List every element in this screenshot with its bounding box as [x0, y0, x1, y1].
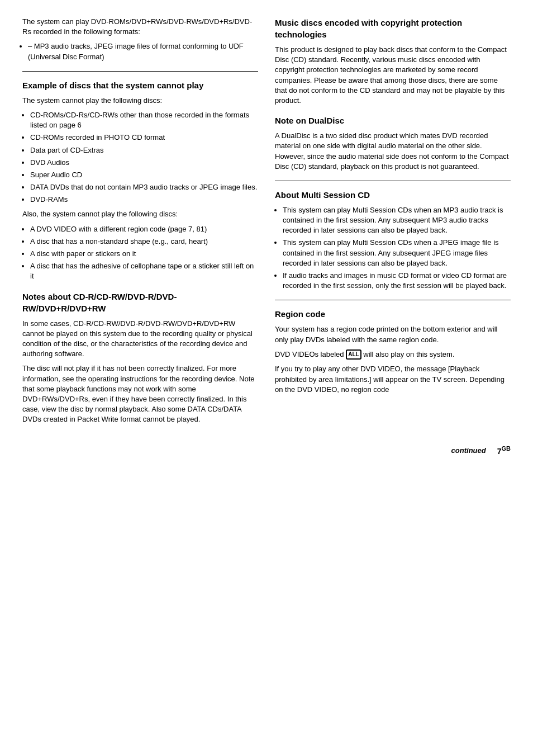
list1-item-5: DATA DVDs that do not contain MP3 audio …	[30, 182, 258, 192]
region-para1: Your system has a region code printed on…	[275, 324, 511, 344]
dualdisc-para: A DualDisc is a two sided disc product w…	[275, 131, 511, 172]
example-title: Example of discs that the system cannot …	[22, 79, 258, 91]
multisession-item-0: This system can play Multi Session CDs w…	[283, 205, 511, 236]
example-list1: CD-ROMs/CD-Rs/CD-RWs other than those re…	[22, 110, 258, 205]
music-para: This product is designed to play back di…	[275, 45, 511, 106]
region-para2-post: will also play on this system.	[361, 350, 455, 358]
section-region: Region code Your system has a region cod…	[275, 308, 511, 395]
intro-text: The system can play DVD-ROMs/DVD+RWs/DVD…	[22, 17, 258, 37]
section-notes-cdr: Notes about CD-R/CD-RW/DVD-R/DVD-RW/DVD+…	[22, 291, 258, 425]
list1-item-2: Data part of CD-Extras	[30, 145, 258, 155]
page-footer: continued 7GB	[22, 445, 511, 457]
example-intro: The system cannot play the following dis…	[22, 96, 258, 106]
region-para3: If you try to play any other DVD VIDEO, …	[275, 364, 511, 395]
section-dualdisc: Note on DualDisc A DualDisc is a two sid…	[275, 115, 511, 172]
list2-item-3: A disc that has the adhesive of cellopha…	[30, 261, 258, 281]
list1-item-3: DVD Audios	[30, 158, 258, 168]
dualdisc-title: Note on DualDisc	[275, 115, 511, 126]
example-also: Also, the system cannot play the followi…	[22, 209, 258, 219]
page-number: 7GB	[497, 445, 511, 457]
divider-2	[275, 181, 511, 181]
divider-1	[22, 71, 258, 72]
multisession-list: This system can play Multi Session CDs w…	[275, 205, 511, 291]
section-music: Music discs encoded with copyright prote…	[275, 17, 511, 106]
music-title: Music discs encoded with copyright prote…	[275, 17, 511, 40]
list1-item-6: DVD-RAMs	[30, 195, 258, 205]
intro-section: The system can play DVD-ROMs/DVD+RWs/DVD…	[22, 17, 258, 62]
multisession-item-2: If audio tracks and images in music CD f…	[283, 271, 511, 291]
example-list2: A DVD VIDEO with a different region code…	[22, 224, 258, 282]
multisession-title: About Multi Session CD	[275, 189, 511, 201]
multisession-item-1: This system can play Multi Session CDs w…	[283, 238, 511, 268]
continued-label: continued	[451, 446, 486, 456]
list1-item-0: CD-ROMs/CD-Rs/CD-RWs other than those re…	[30, 110, 258, 130]
notes-cdr-title: Notes about CD-R/CD-RW/DVD-R/DVD-RW/DVD+…	[22, 291, 258, 314]
all-region-icon: ALL	[346, 349, 361, 360]
list2-item-2: A disc with paper or stickers on it	[30, 249, 258, 259]
list2-item-0: A DVD VIDEO with a different region code…	[30, 224, 258, 234]
intro-list: MP3 audio tracks, JPEG image files of fo…	[22, 41, 258, 62]
list1-item-4: Super Audio CD	[30, 170, 258, 180]
section-example: Example of discs that the system cannot …	[22, 79, 258, 282]
notes-cdr-para1: In some cases, CD-R/CD-RW/DVD-R/DVD-RW/D…	[22, 319, 258, 360]
notes-cdr-para2: The disc will not play if it has not bee…	[22, 363, 258, 424]
region-title: Region code	[275, 308, 511, 320]
region-para2: DVD VIDEOs labeled ALL will also play on…	[275, 349, 511, 360]
section-multisession: About Multi Session CD This system can p…	[275, 189, 511, 291]
region-para2-pre: DVD VIDEOs labeled	[275, 350, 346, 358]
divider-3	[275, 300, 511, 300]
intro-list-item: MP3 audio tracks, JPEG image files of fo…	[28, 41, 258, 62]
list2-item-1: A disc that has a non-standard shape (e.…	[30, 237, 258, 247]
list1-item-1: CD-ROMs recorded in PHOTO CD format	[30, 133, 258, 143]
